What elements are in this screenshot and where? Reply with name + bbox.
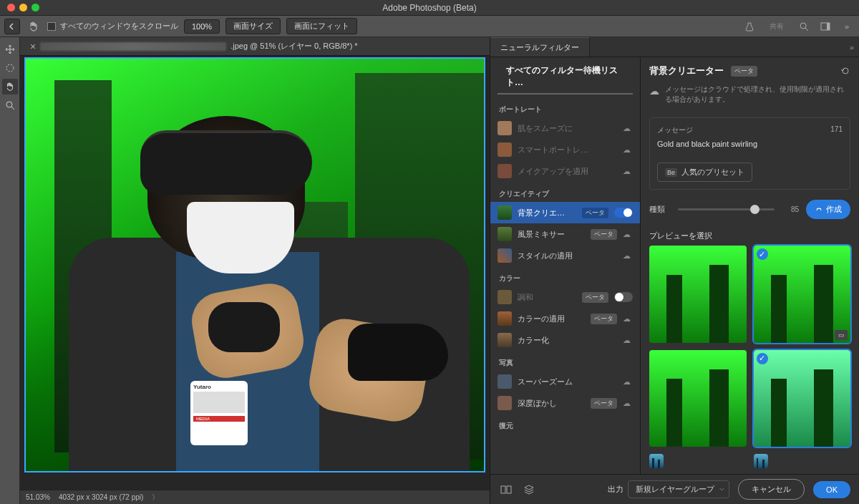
preview-3[interactable] — [649, 350, 747, 447]
message-label: メッセージ — [657, 125, 693, 135]
message-count: 171 — [830, 125, 843, 135]
filter-harmonize[interactable]: 調和 ベータ — [490, 286, 640, 308]
marquee-tool[interactable] — [2, 60, 18, 76]
window-close[interactable] — [7, 4, 15, 11]
cloud-icon: ☁ — [623, 399, 633, 408]
tab-close-icon[interactable]: × — [30, 41, 36, 52]
filter-bg-creator[interactable]: 背景クリエ… ベータ — [490, 202, 640, 223]
zoom-tool[interactable] — [2, 97, 18, 113]
document-tab[interactable]: × .jpeg @ 51% (レイヤー 0, RGB/8*) * — [24, 37, 364, 55]
cloud-icon: ☁ — [623, 314, 633, 324]
canvas[interactable]: Yutaro MEDIA — [24, 57, 485, 472]
window-maximize[interactable] — [31, 4, 39, 11]
preview-2[interactable]: ✓ ▭ — [754, 246, 851, 343]
cloud-icon: ☁ — [623, 251, 633, 261]
preset-button[interactable]: Be 人気のプリセット — [657, 163, 752, 182]
ok-button[interactable]: OK — [813, 481, 850, 498]
search-icon[interactable] — [796, 19, 812, 34]
filter-colorize[interactable]: カラー化 ☁ — [490, 329, 640, 351]
output-label: 出力 — [608, 484, 623, 495]
svg-point-3 — [6, 64, 14, 72]
message-input[interactable] — [657, 140, 843, 148]
zoom-level[interactable]: 100% — [184, 19, 220, 34]
preview-1[interactable] — [649, 246, 747, 343]
lanyard-name: Yutaro — [193, 384, 245, 390]
svg-point-0 — [800, 23, 806, 29]
filter-landscape-mixer[interactable]: 風景ミキサー ベータ ☁ — [490, 223, 640, 245]
panel-chevron-icon[interactable]: » — [845, 37, 859, 57]
fit-screen-button[interactable]: 画面サイズ — [225, 18, 281, 34]
category-color: カラー — [490, 266, 640, 286]
cancel-button[interactable]: キャンセル — [738, 479, 805, 500]
status-zoom: 51.03% — [26, 493, 50, 501]
preview-label: プレビューを選択 — [641, 223, 859, 246]
svg-point-4 — [6, 102, 12, 107]
filter-toggle[interactable] — [614, 208, 633, 218]
hand-tool[interactable] — [2, 79, 18, 94]
detail-beta-badge: ベータ — [731, 66, 757, 77]
filter-smart-portrait[interactable]: スマートポートレ… ☁ — [490, 139, 640, 160]
cloud-icon: ☁ — [649, 84, 659, 105]
cloud-icon: ☁ — [623, 230, 633, 239]
document-name-redacted — [40, 42, 226, 51]
filter-makeup[interactable]: メイクアップを適用 ☁ — [490, 160, 640, 182]
fit-image-button[interactable]: 画面にフィット — [286, 18, 357, 34]
filter-list-header[interactable]: すべてのフィルター待機リスト… — [498, 57, 633, 94]
cloud-icon: ☁ — [623, 377, 633, 387]
scroll-all-label: すべてのウィンドウをスクロール — [60, 21, 178, 32]
filter-depth-blur[interactable]: 深度ぼかし ベータ ☁ — [490, 392, 640, 414]
check-icon: ✓ — [757, 248, 768, 260]
move-tool[interactable] — [2, 42, 18, 57]
lanyard-tag: MEDIA — [193, 416, 245, 422]
preview-4[interactable]: ✓ — [754, 350, 851, 447]
reset-icon[interactable] — [840, 66, 850, 76]
filter-super-zoom[interactable]: スーパーズーム ☁ — [490, 371, 640, 392]
cloud-icon: ☁ — [623, 167, 633, 176]
app-title: Adobe Photoshop (Beta) — [382, 3, 476, 13]
svg-rect-5 — [501, 486, 505, 493]
layers-icon[interactable] — [522, 483, 536, 497]
preview-5[interactable] — [649, 454, 664, 468]
status-chevron-icon[interactable]: 〉 — [152, 493, 159, 503]
cloud-icon: ☁ — [623, 336, 633, 345]
image-icon[interactable]: ▭ — [835, 330, 848, 340]
compare-icon[interactable] — [499, 483, 513, 497]
beaker-icon[interactable] — [742, 19, 757, 34]
svg-rect-6 — [507, 486, 511, 493]
filter-toggle[interactable] — [614, 292, 633, 302]
category-creative: クリエイティブ — [490, 182, 640, 202]
filter-color-transfer[interactable]: カラーの適用 ベータ ☁ — [490, 308, 640, 329]
slider-label: 種類 — [649, 204, 671, 215]
check-icon: ✓ — [757, 353, 768, 364]
document-tab-suffix: .jpeg @ 51% (レイヤー 0, RGB/8*) * — [230, 41, 357, 52]
status-dimensions: 4032 px x 3024 px (72 ppi) — [59, 493, 143, 501]
preview-6[interactable] — [754, 454, 768, 468]
hand-tool-icon — [26, 19, 42, 34]
cloud-note-text: メッセージはクラウドで処理され、使用制限が適用される場合があります。 — [665, 84, 850, 105]
filter-skin-smooth[interactable]: 肌をスムーズに ☁ — [490, 117, 640, 139]
filter-style-transfer[interactable]: スタイルの適用 ☁ — [490, 245, 640, 266]
cloud-icon: ☁ — [623, 145, 633, 155]
chevron-double-icon[interactable]: » — [839, 19, 855, 34]
slider-value: 85 — [782, 205, 799, 213]
category-portrait: ポートレート — [490, 97, 640, 117]
cloud-icon: ☁ — [623, 124, 633, 133]
share-button[interactable]: 共有 — [763, 19, 790, 34]
detail-title: 背景クリエーター — [649, 64, 724, 77]
svg-rect-2 — [827, 23, 830, 30]
neural-filters-tab[interactable]: ニューラルフィルター — [490, 37, 590, 57]
category-photo: 写真 — [490, 351, 640, 371]
category-restore: 復元 — [490, 414, 640, 434]
workspace-icon[interactable] — [817, 19, 833, 34]
window-minimize[interactable] — [19, 4, 27, 11]
variety-slider[interactable] — [678, 208, 775, 210]
scroll-all-checkbox[interactable]: すべてのウィンドウをスクロール — [47, 21, 178, 32]
back-button[interactable] — [4, 19, 20, 34]
output-select[interactable]: 新規レイヤーグループ — [628, 480, 729, 498]
create-button[interactable]: 作成 — [806, 200, 850, 219]
